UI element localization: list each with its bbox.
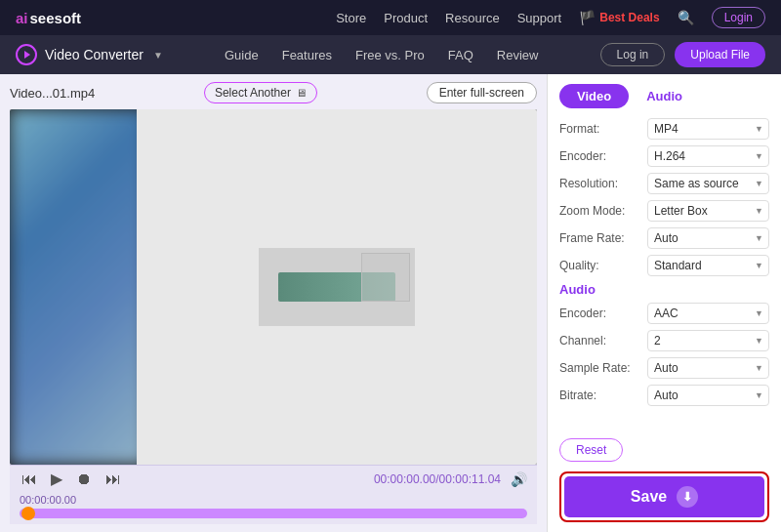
reset-button[interactable]: Reset: [559, 438, 623, 462]
format-row: Format: MP4: [559, 118, 769, 140]
nav-store[interactable]: Store: [336, 11, 366, 25]
frame-rate-label: Frame Rate:: [559, 231, 647, 245]
audio-encoder-select-wrapper: AAC: [647, 303, 769, 324]
app-name: Video Converter: [45, 47, 144, 62]
right-panel: Video Audio Format: MP4 Encoder: H.264: [547, 74, 781, 532]
video-inner-overlay: [361, 253, 410, 302]
time-scrubber: 00:00:00.00: [10, 492, 537, 524]
encoder-select-wrapper: H.264: [647, 145, 769, 167]
fast-forward-button[interactable]: ⏭: [103, 471, 123, 488]
chevron-down-icon[interactable]: ▼: [153, 50, 163, 61]
quality-row: Quality: Standard: [559, 255, 769, 276]
video-inner-box: [259, 248, 415, 326]
nav-features[interactable]: Features: [282, 48, 332, 62]
logo-see: seesoft: [30, 10, 82, 26]
second-nav-right: Log in Upload File: [600, 42, 765, 67]
audio-encoder-label: Encoder:: [559, 307, 647, 320]
video-settings: Format: MP4 Encoder: H.264 Resolution:: [559, 118, 769, 438]
logo: aiseesoft: [16, 10, 81, 26]
best-deals: 🏴 Best Deals: [579, 10, 659, 25]
tab-audio[interactable]: Audio: [629, 84, 700, 108]
encoder-row: Encoder: H.264: [559, 145, 769, 167]
search-icon[interactable]: 🔍: [678, 10, 694, 25]
encoder-select[interactable]: H.264: [647, 145, 769, 167]
format-select-wrapper: MP4: [647, 118, 769, 140]
quality-label: Quality:: [559, 259, 647, 272]
nav-faq[interactable]: FAQ: [448, 48, 473, 62]
nav-review[interactable]: Review: [497, 48, 539, 62]
sample-rate-select-wrapper: Auto: [647, 357, 769, 379]
second-nav-left: Video Converter ▼: [16, 44, 163, 65]
zoom-label: Zoom Mode:: [559, 204, 647, 218]
upload-file-button[interactable]: Upload File: [675, 42, 765, 67]
second-nav-links: Guide Features Free vs. Pro FAQ Review: [225, 48, 538, 62]
zoom-select-wrapper: Letter Box: [647, 200, 769, 222]
video-controls: ⏮ ▶ ⏺ ⏭ 00:00:00.00/00:00:11.04 🔊: [10, 465, 537, 492]
quality-select[interactable]: Standard: [647, 255, 769, 276]
play-button[interactable]: ▶: [49, 470, 64, 488]
resolution-select[interactable]: Same as source: [647, 173, 769, 194]
tab-row: Video Audio: [559, 84, 769, 108]
login-button[interactable]: Login: [712, 7, 765, 28]
frame-rate-row: Frame Rate: Auto: [559, 227, 769, 249]
top-nav: aiseesoft Store Product Resource Support…: [0, 0, 781, 35]
time-label: 00:00:00.00: [20, 494, 527, 506]
video-center-content: [137, 109, 537, 465]
sample-rate-label: Sample Rate:: [559, 361, 647, 375]
select-another-button[interactable]: Select Another 🖥: [204, 82, 317, 103]
zoom-select[interactable]: Letter Box: [647, 200, 769, 222]
save-button-wrapper: Save ⬇: [559, 471, 769, 522]
resolution-row: Resolution: Same as source: [559, 173, 769, 194]
nav-resource[interactable]: Resource: [445, 11, 500, 25]
channel-label: Channel:: [559, 334, 647, 348]
frame-rate-select-wrapper: Auto: [647, 227, 769, 249]
second-nav: Video Converter ▼ Guide Features Free vs…: [0, 35, 781, 74]
audio-section-label: Audio: [559, 282, 769, 297]
sample-rate-select[interactable]: Auto: [647, 357, 769, 379]
frame-rate-select[interactable]: Auto: [647, 227, 769, 249]
resolution-select-wrapper: Same as source: [647, 173, 769, 194]
encoder-label: Encoder:: [559, 149, 647, 163]
resolution-label: Resolution:: [559, 177, 647, 190]
top-nav-links: Store Product Resource Support 🏴 Best De…: [336, 7, 765, 28]
file-bar: Video...01.mp4 Select Another 🖥 Enter fu…: [10, 82, 537, 103]
stop-button[interactable]: ⏺: [74, 471, 94, 488]
nav-support[interactable]: Support: [517, 11, 562, 25]
file-name: Video...01.mp4: [10, 86, 95, 101]
left-panel: Video...01.mp4 Select Another 🖥 Enter fu…: [0, 74, 547, 532]
time-display: 00:00:00.00/00:00:11.04: [374, 472, 501, 486]
app-logo-icon: [16, 44, 37, 65]
audio-encoder-row: Encoder: AAC: [559, 303, 769, 324]
nav-free-vs-pro[interactable]: Free vs. Pro: [355, 48, 425, 62]
zoom-row: Zoom Mode: Letter Box: [559, 200, 769, 222]
save-button[interactable]: Save ⬇: [564, 476, 764, 517]
scrubber-thumb[interactable]: [21, 507, 35, 520]
video-preview: [10, 109, 537, 465]
channel-select-wrapper: 2: [647, 330, 769, 351]
bitrate-select-wrapper: Auto: [647, 385, 769, 406]
format-label: Format:: [559, 122, 647, 136]
volume-icon[interactable]: 🔊: [511, 471, 527, 487]
save-icon: ⬇: [677, 486, 698, 508]
log-in-button[interactable]: Log in: [600, 43, 666, 66]
scrubber-track[interactable]: [20, 509, 527, 518]
audio-encoder-select[interactable]: AAC: [647, 303, 769, 324]
video-blur-overlay: [10, 109, 146, 465]
channel-row: Channel: 2: [559, 330, 769, 351]
logo-ai: ai: [16, 10, 28, 26]
channel-select[interactable]: 2: [647, 330, 769, 351]
rewind-button[interactable]: ⏮: [20, 471, 39, 488]
monitor-icon: 🖥: [296, 87, 307, 99]
nav-product[interactable]: Product: [384, 11, 428, 25]
bitrate-row: Bitrate: Auto: [559, 385, 769, 406]
full-screen-button[interactable]: Enter full-screen: [427, 82, 537, 103]
sample-rate-row: Sample Rate: Auto: [559, 357, 769, 379]
play-triangle: [24, 51, 30, 59]
main-content: Video...01.mp4 Select Another 🖥 Enter fu…: [0, 74, 781, 532]
bitrate-select[interactable]: Auto: [647, 385, 769, 406]
tab-video[interactable]: Video: [559, 84, 629, 108]
bitrate-label: Bitrate:: [559, 389, 647, 402]
nav-guide[interactable]: Guide: [225, 48, 259, 62]
quality-select-wrapper: Standard: [647, 255, 769, 276]
format-select[interactable]: MP4: [647, 118, 769, 140]
